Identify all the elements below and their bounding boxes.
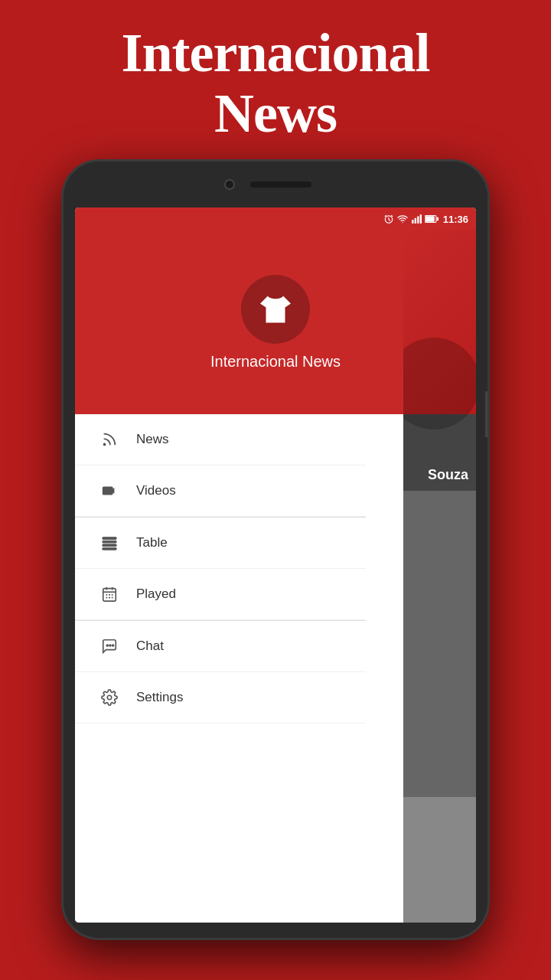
- status-time: 11:36: [443, 214, 468, 225]
- nav-news-label: News: [136, 432, 343, 447]
- svg-rect-3: [417, 217, 419, 224]
- svg-rect-7: [437, 217, 439, 221]
- right-image-section: [403, 491, 476, 797]
- nav-videos-label: Videos: [136, 483, 343, 498]
- svg-rect-9: [103, 487, 113, 495]
- svg-rect-13: [103, 548, 116, 550]
- svg-rect-2: [414, 218, 416, 224]
- wifi-icon: [397, 214, 408, 224]
- svg-point-8: [104, 444, 106, 446]
- rss-icon: [98, 431, 121, 448]
- svg-rect-1: [412, 220, 413, 224]
- nav-table-label: Table: [136, 535, 343, 550]
- svg-point-26: [112, 645, 114, 647]
- alarm-icon: [383, 214, 394, 224]
- nav-item-settings[interactable]: Settings: [75, 672, 366, 724]
- svg-point-25: [109, 645, 111, 647]
- power-button: [485, 391, 490, 437]
- table-icon: [98, 534, 121, 551]
- gear-icon: [98, 689, 121, 706]
- right-content-panel: Souza: [403, 230, 476, 923]
- nav-played-label: Played: [136, 586, 343, 602]
- status-icons: [383, 214, 439, 224]
- svg-point-24: [106, 645, 108, 647]
- speaker-grille: [250, 181, 311, 188]
- header-app-name: Internacional News: [210, 353, 341, 371]
- page-title: Internacional News: [75, 0, 475, 159]
- calendar-icon: [98, 586, 121, 603]
- nav-chat-label: Chat: [136, 639, 343, 654]
- player-name: Souza: [428, 467, 468, 483]
- phone-frame: 11:36 ⋮ Internacional News Souza: [61, 159, 490, 940]
- svg-rect-11: [103, 541, 116, 544]
- nav-item-played[interactable]: Played: [75, 569, 366, 620]
- svg-rect-6: [425, 217, 435, 223]
- svg-rect-4: [419, 215, 421, 224]
- nav-item-chat[interactable]: Chat: [75, 621, 366, 672]
- nav-item-table[interactable]: Table: [75, 518, 366, 569]
- chat-icon: [98, 638, 121, 655]
- nav-item-videos[interactable]: Videos: [75, 466, 366, 517]
- nav-drawer: News Videos: [75, 414, 366, 923]
- right-red-section: [403, 230, 476, 414]
- signal-icon: [411, 214, 422, 224]
- nav-item-news[interactable]: News: [75, 414, 366, 466]
- app-logo-circle: [241, 275, 310, 344]
- battery-icon: [425, 214, 439, 224]
- camera-icon: [224, 179, 235, 190]
- phone-top-bar: [64, 162, 487, 207]
- svg-rect-10: [103, 537, 116, 540]
- svg-rect-12: [103, 544, 116, 547]
- svg-point-27: [107, 696, 112, 701]
- shirt-icon: [256, 290, 295, 328]
- video-icon: [98, 482, 121, 499]
- phone-screen: 11:36 ⋮ Internacional News Souza: [75, 207, 476, 923]
- nav-settings-label: Settings: [136, 690, 343, 705]
- status-bar: 11:36: [75, 207, 476, 230]
